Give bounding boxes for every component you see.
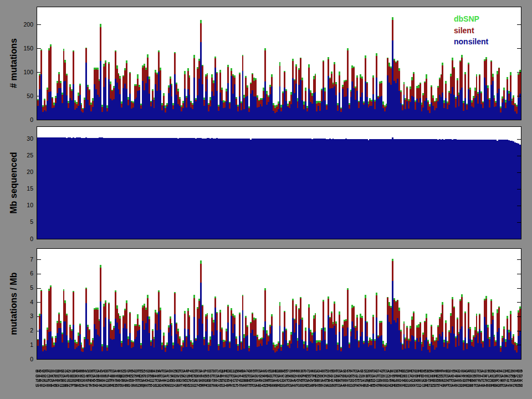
bar-silent (324, 331, 326, 340)
bar-silent (64, 303, 66, 321)
bar-mb-sequenced (73, 137, 74, 239)
bar-dbsnp (361, 316, 363, 318)
bar-mb-sequenced (461, 140, 463, 239)
bar-nonsilent (415, 110, 416, 120)
bar-dbsnp (328, 296, 329, 299)
bar-dbsnp (171, 84, 172, 85)
bar-mb-sequenced (134, 138, 136, 239)
bar-dbsnp (48, 289, 50, 291)
bar-nonsilent (279, 86, 280, 120)
bar-nonsilent (66, 95, 68, 120)
bar-nonsilent (442, 93, 443, 120)
bar-silent (292, 61, 294, 78)
bar-nonsilent (518, 98, 519, 120)
bar-dbsnp (101, 344, 103, 346)
bar-silent (507, 79, 508, 90)
bar-dbsnp (216, 72, 218, 73)
bar-nonsilent (278, 109, 279, 120)
bar-silent (308, 68, 310, 89)
y-tick-label: 100 (23, 69, 33, 75)
bar-silent (450, 316, 452, 333)
bar-dbsnp (365, 55, 366, 58)
bar-dbsnp (490, 299, 492, 301)
bar-mb-sequenced (219, 139, 221, 239)
bar-silent (189, 78, 190, 95)
bar-nonsilent (457, 96, 458, 120)
bar-dbsnp (350, 90, 351, 91)
bar-dbsnp (439, 78, 441, 79)
bar-mb-sequenced (113, 138, 115, 239)
bar-mb-sequenced (79, 137, 81, 239)
bar-silent (245, 318, 247, 336)
bar-silent (300, 298, 301, 319)
bar-nonsilent (260, 104, 261, 120)
bar-silent (306, 347, 308, 351)
bar-silent (161, 345, 163, 350)
bar-silent (494, 98, 495, 107)
bar-dbsnp (250, 83, 252, 84)
bar-mb-sequenced (484, 140, 485, 239)
bar-mb-sequenced (257, 139, 258, 239)
bar-nonsilent (208, 111, 209, 120)
bar-silent (393, 60, 395, 81)
bar-nonsilent (455, 347, 457, 359)
bar-mb-sequenced (163, 138, 165, 239)
bar-nonsilent (111, 100, 113, 120)
bar-silent (514, 343, 516, 350)
bar-silent (63, 51, 64, 81)
bar-dbsnp (200, 260, 202, 264)
bar-silent (421, 344, 422, 351)
bar-nonsilent (195, 341, 197, 359)
bar-dbsnp (458, 332, 459, 334)
bar-dbsnp (110, 81, 111, 84)
bar-dbsnp (513, 334, 514, 336)
bar-dbsnp (110, 321, 111, 324)
bar-mb-sequenced (350, 139, 351, 239)
bar-nonsilent (156, 91, 158, 120)
bar-nonsilent (156, 330, 158, 359)
bar-nonsilent (181, 111, 182, 120)
bar-nonsilent (158, 311, 160, 359)
bar-silent (166, 345, 168, 346)
bar-silent (360, 318, 361, 336)
bar-dbsnp (121, 341, 122, 343)
bar-nonsilent (116, 323, 118, 359)
bar-silent (374, 101, 376, 109)
bar-nonsilent (207, 319, 208, 359)
bar-nonsilent (224, 108, 226, 120)
bar-silent (335, 84, 337, 95)
bar-dbsnp (116, 305, 118, 309)
bar-nonsilent (126, 329, 127, 359)
bar-nonsilent (432, 106, 434, 120)
bar-dbsnp (166, 342, 168, 345)
bar-dbsnp (62, 332, 63, 334)
bar-silent (131, 342, 132, 348)
bar-nonsilent (170, 84, 171, 120)
bar-dbsnp (236, 97, 237, 99)
bar-nonsilent (264, 81, 266, 120)
bar-dbsnp (376, 293, 377, 295)
bar-nonsilent (494, 107, 495, 120)
bar-nonsilent (145, 83, 147, 120)
bar-silent (284, 72, 285, 88)
bar-nonsilent (485, 325, 487, 359)
bar-dbsnp (426, 314, 427, 318)
bar-silent (303, 105, 305, 109)
bar-dbsnp (402, 104, 403, 105)
bar-nonsilent (52, 347, 53, 359)
bar-nonsilent (340, 351, 342, 359)
bar-dbsnp (513, 95, 514, 98)
bar-mb-sequenced (487, 140, 489, 239)
bar-dbsnp (105, 300, 106, 303)
bar-dbsnp (179, 97, 181, 99)
bar-dbsnp (160, 308, 161, 310)
bar-silent (358, 102, 360, 108)
bar-dbsnp (318, 340, 319, 342)
bar-silent (113, 328, 115, 339)
bar-silent (205, 316, 207, 331)
bar-silent (344, 321, 345, 336)
bar-dbsnp (303, 101, 305, 105)
bar-nonsilent (305, 101, 306, 120)
bar-silent (473, 337, 474, 347)
bar-dbsnp (172, 342, 174, 345)
